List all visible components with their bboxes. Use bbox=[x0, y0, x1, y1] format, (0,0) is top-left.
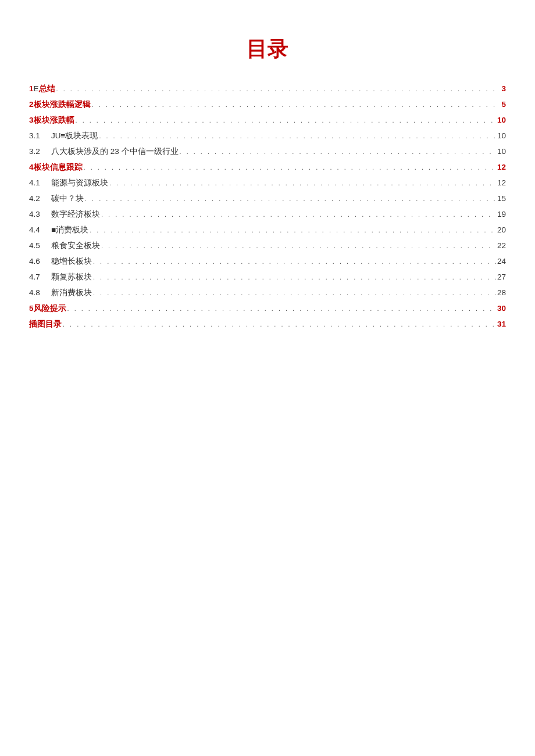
toc-entry-number: 4.4 bbox=[29, 222, 45, 238]
toc-entry-page: 15 bbox=[497, 191, 506, 206]
toc-entry-text: 总结 bbox=[39, 81, 55, 96]
toc-entry-number: 4.5 bbox=[29, 238, 45, 253]
toc-entry[interactable]: 4.5粮食安全板块22 bbox=[29, 238, 506, 253]
toc-leader-dots bbox=[67, 300, 496, 316]
toc-entry[interactable]: 4.2碳中？块15 bbox=[29, 191, 506, 206]
toc-entry-text: 稳增长板块 bbox=[51, 253, 92, 269]
toc-entry-text: 板块涨跌幅逻辑 bbox=[34, 96, 91, 112]
toc-entry-text: 风险提示 bbox=[34, 300, 66, 316]
toc-entry-page: 12 bbox=[497, 175, 506, 191]
toc-leader-dots bbox=[92, 96, 501, 112]
toc-entry[interactable]: 4 板块信息跟踪12 bbox=[29, 159, 506, 175]
toc-entry-page: 10 bbox=[497, 144, 506, 159]
toc-leader-dots bbox=[93, 253, 496, 269]
toc-leader-dots bbox=[84, 159, 496, 175]
toc-entry-page: 22 bbox=[497, 238, 506, 253]
toc-entry[interactable]: 3 板块涨跌幅10 bbox=[29, 112, 506, 128]
toc-entry-number: 4 bbox=[29, 159, 34, 175]
toc-entry[interactable]: 4.7颗复苏板块27 bbox=[29, 269, 506, 285]
toc-entry-page: 12 bbox=[497, 159, 506, 175]
toc-entry-text: 碳中？块 bbox=[51, 191, 84, 206]
toc-entry-number: 4.7 bbox=[29, 269, 45, 285]
toc-entry-text: 新消费板块 bbox=[51, 285, 92, 300]
toc-entry-page: 10 bbox=[497, 128, 506, 144]
toc-entry-text: 粮食安全板块 bbox=[51, 238, 100, 253]
toc-entry-number: 3.2 bbox=[29, 144, 45, 159]
toc-entry-page: 31 bbox=[497, 316, 506, 332]
toc-entry[interactable]: 4.1能源与资源板块12 bbox=[29, 175, 506, 191]
toc-entry-page: 10 bbox=[497, 112, 506, 128]
toc-leader-dots bbox=[180, 144, 496, 159]
toc-entry[interactable]: 4.8新消费板块28 bbox=[29, 285, 506, 300]
toc-title: 目录 bbox=[29, 35, 506, 63]
toc-entry-page: 20 bbox=[497, 222, 506, 238]
toc-entry[interactable]: 插图目录31 bbox=[29, 316, 506, 332]
toc-entry[interactable]: 1E 总结3 bbox=[29, 81, 506, 96]
toc-entry-number: 3.1 bbox=[29, 128, 45, 144]
toc-entry[interactable]: 4.6稳增长板块24 bbox=[29, 253, 506, 269]
toc-leader-dots bbox=[56, 81, 501, 96]
toc-entry-page: 24 bbox=[497, 253, 506, 269]
toc-entry-number: 2 bbox=[29, 96, 34, 112]
toc-entry-number: 4.1 bbox=[29, 175, 45, 191]
toc-entry-number: 4.8 bbox=[29, 285, 45, 300]
toc-leader-dots bbox=[101, 206, 496, 222]
toc-entry-number: 5 bbox=[29, 300, 34, 316]
toc-leader-dots bbox=[85, 191, 496, 206]
toc-entry[interactable]: 3.2八大板块涉及的 23 个中信一级行业10 bbox=[29, 144, 506, 159]
toc-entry-page: 28 bbox=[497, 285, 506, 300]
toc-entry-text: JU≡板块表现 bbox=[51, 128, 98, 144]
toc-entry[interactable]: 5 风险提示30 bbox=[29, 300, 506, 316]
toc-entry-page: 3 bbox=[501, 81, 506, 96]
table-of-contents: 1E 总结32 板块涨跌幅逻辑53 板块涨跌幅103.1JU≡板块表现103.2… bbox=[29, 81, 506, 332]
toc-entry-page: 27 bbox=[497, 269, 506, 285]
toc-entry-number: 3 bbox=[29, 112, 34, 128]
toc-leader-dots bbox=[93, 269, 496, 285]
toc-entry-text: ■消费板块 bbox=[51, 222, 88, 238]
toc-entry-text: 插图目录 bbox=[29, 316, 62, 332]
toc-entry-number: 4.2 bbox=[29, 191, 45, 206]
toc-entry-page: 30 bbox=[497, 300, 506, 316]
toc-entry[interactable]: 4.4■消费板块20 bbox=[29, 222, 506, 238]
toc-entry-number-suffix: E bbox=[34, 81, 39, 96]
toc-entry-text: 数字经济板块 bbox=[51, 206, 100, 222]
toc-entry-page: 19 bbox=[497, 206, 506, 222]
toc-leader-dots bbox=[63, 316, 496, 332]
toc-leader-dots bbox=[93, 285, 496, 300]
toc-entry-text: 板块信息跟踪 bbox=[34, 159, 83, 175]
toc-leader-dots bbox=[76, 112, 496, 128]
toc-entry-number: 1 bbox=[29, 81, 34, 96]
toc-entry-text: 颗复苏板块 bbox=[51, 269, 92, 285]
toc-leader-dots bbox=[101, 238, 496, 253]
toc-entry-number: 4.3 bbox=[29, 206, 45, 222]
toc-entry-text: 能源与资源板块 bbox=[51, 175, 108, 191]
toc-entry-text: 八大板块涉及的 23 个中信一级行业 bbox=[51, 144, 179, 159]
toc-entry-page: 5 bbox=[501, 96, 506, 112]
toc-entry-text: 板块涨跌幅 bbox=[34, 112, 74, 128]
toc-entry[interactable]: 3.1JU≡板块表现10 bbox=[29, 128, 506, 144]
toc-entry[interactable]: 2 板块涨跌幅逻辑5 bbox=[29, 96, 506, 112]
toc-entry[interactable]: 4.3数字经济板块19 bbox=[29, 206, 506, 222]
toc-leader-dots bbox=[99, 128, 496, 144]
toc-leader-dots bbox=[90, 222, 496, 238]
toc-entry-number: 4.6 bbox=[29, 253, 45, 269]
toc-leader-dots bbox=[109, 175, 496, 191]
